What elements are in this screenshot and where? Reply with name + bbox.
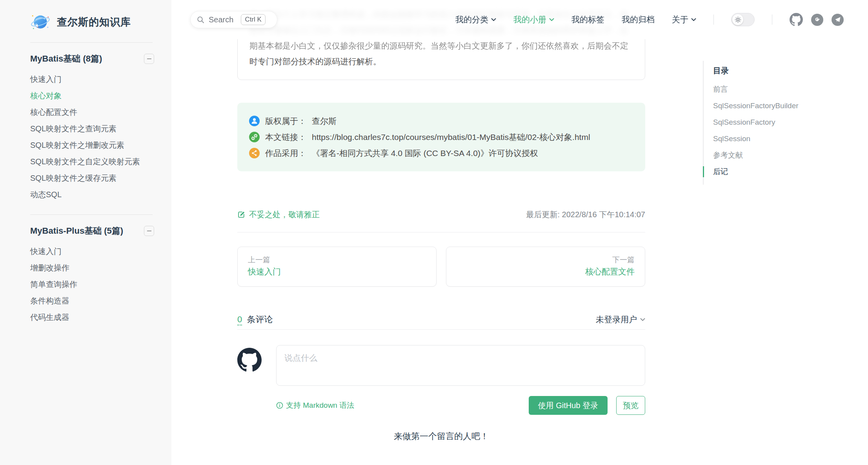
edit-icon bbox=[237, 211, 246, 219]
navbar-menu: 我的分类 我的小册 我的标签 我的归档 关于 bbox=[455, 13, 844, 26]
sidebar-group-mybatis-plus: MyBatis-Plus基础 (5篇) 快速入门 增删改操作 简单查询操作 条件… bbox=[0, 215, 171, 337]
gitee-icon[interactable] bbox=[811, 14, 823, 26]
sidebar-group-mybatis: MyBatis基础 (8篇) 快速入门 核心对象 核心配置文件 SQL映射文件之… bbox=[0, 43, 171, 214]
sidebar-item[interactable]: SQL映射文件之自定义映射元素 bbox=[30, 153, 154, 170]
prev-title: 快速入门 bbox=[248, 265, 426, 278]
toc-item[interactable]: SqlSessionFactoryBuilder bbox=[713, 98, 832, 114]
prev-label: 上一篇 bbox=[248, 255, 426, 265]
article-meta-row: 不妥之处，敬请雅正 最后更新: 2022/8/16 下午10:14:07 bbox=[237, 209, 645, 220]
last-updated: 最后更新: 2022/8/16 下午10:14:07 bbox=[526, 209, 646, 220]
divider bbox=[237, 329, 645, 330]
copyright-link-row: 本文链接： https://blog.charles7c.top/courses… bbox=[249, 129, 633, 145]
copyright-license-row: 作品采用： 《署名-相同方式共享 4.0 国际 (CC BY-SA 4.0)》许… bbox=[249, 145, 633, 161]
next-title: 核心配置文件 bbox=[457, 265, 635, 278]
chevron-down-icon bbox=[640, 318, 645, 322]
sidebar-item[interactable]: SQL映射文件之查询元素 bbox=[30, 120, 154, 137]
prev-article-card[interactable]: 上一篇 快速入门 bbox=[237, 247, 437, 287]
info-icon bbox=[276, 402, 283, 409]
sidebar-item[interactable]: 快速入门 bbox=[30, 71, 154, 87]
license-icon bbox=[249, 148, 260, 158]
theme-toggle-knob bbox=[732, 14, 743, 25]
sidebar-item[interactable]: 快速入门 bbox=[30, 243, 154, 260]
author-icon bbox=[249, 116, 260, 126]
divider bbox=[772, 15, 772, 25]
search-placeholder: Search bbox=[209, 15, 233, 24]
nav-booklets[interactable]: 我的小册 bbox=[513, 14, 554, 25]
divider bbox=[713, 15, 714, 25]
edit-link-label: 不妥之处，敬请雅正 bbox=[249, 209, 320, 220]
sidebar-item[interactable]: 条件构造器 bbox=[30, 292, 154, 309]
comments-count-row: 0 条评论 bbox=[237, 314, 273, 325]
toc-item[interactable]: 前言 bbox=[713, 81, 832, 98]
comment-editor-actions: 支持 Markdown 语法 使用 GitHub 登录 预览 bbox=[237, 396, 645, 415]
sidebar-group-title: MyBatis-Plus基础 (5篇) bbox=[30, 225, 123, 237]
sidebar-item[interactable]: SQL映射文件之增删改元素 bbox=[30, 137, 154, 153]
preview-button[interactable]: 预览 bbox=[616, 396, 645, 415]
nav-categories[interactable]: 我的分类 bbox=[455, 14, 496, 25]
collapse-group-button[interactable] bbox=[144, 54, 154, 64]
github-icon[interactable] bbox=[790, 13, 803, 26]
sidebar: 查尔斯的知识库 MyBatis基础 (8篇) 快速入门 核心对象 核心配置文件 … bbox=[0, 0, 171, 465]
toc-item[interactable]: SqlSessionFactory bbox=[713, 114, 832, 131]
comments-count-suffix: 条评论 bbox=[247, 314, 273, 324]
toc-title: 目录 bbox=[713, 65, 832, 76]
sidebar-item[interactable]: 核心配置文件 bbox=[30, 104, 154, 120]
edit-page-link[interactable]: 不妥之处，敬请雅正 bbox=[237, 209, 320, 220]
site-title: 查尔斯的知识库 bbox=[57, 15, 131, 29]
chevron-down-icon bbox=[491, 18, 496, 22]
navbar-social-icons bbox=[790, 13, 844, 26]
theme-toggle[interactable] bbox=[731, 13, 755, 26]
copyright-box: 版权属于： 查尔斯 本文链接： https://blog.charles7c.t… bbox=[237, 103, 645, 171]
sidebar-item[interactable]: SQL映射文件之缓存元素 bbox=[30, 170, 154, 186]
sidebar-item[interactable]: 增删改操作 bbox=[30, 260, 154, 276]
collapse-group-button[interactable] bbox=[144, 226, 154, 236]
nav-about[interactable]: 关于 bbox=[672, 14, 696, 25]
navbar: Search Ctrl K 我的分类 我的小册 我的标签 我的归档 关于 bbox=[171, 0, 868, 39]
link-icon bbox=[249, 132, 260, 142]
sidebar-item[interactable]: 代码生成器 bbox=[30, 309, 154, 325]
search-shortcut-badge: Ctrl K bbox=[241, 14, 266, 25]
search-input[interactable]: Search Ctrl K bbox=[190, 11, 277, 28]
site-home-link[interactable]: 查尔斯的知识库 bbox=[0, 0, 171, 42]
minus-icon bbox=[147, 231, 151, 231]
pager: 上一篇 快速入门 下一篇 核心配置文件 bbox=[237, 247, 645, 287]
site-logo-icon bbox=[30, 12, 51, 32]
toc-item[interactable]: 参考文献 bbox=[713, 147, 832, 163]
toc-panel: 目录 前言 SqlSessionFactoryBuilder SqlSessio… bbox=[703, 61, 832, 185]
copyright-author: 查尔斯 bbox=[312, 116, 337, 127]
copyright-label: 作品采用： bbox=[265, 148, 306, 159]
intro-text-line: 时专门对部分技术的源码进行解析。 bbox=[249, 54, 633, 69]
nav-archives[interactable]: 我的归档 bbox=[622, 14, 655, 25]
telegram-icon[interactable] bbox=[832, 14, 844, 26]
sidebar-item-active[interactable]: 核心对象 bbox=[30, 87, 154, 104]
article-column: 本小册为个人学习笔记整理而成，内容会随着学习的深入持续进行更新与完善，欢迎各位小… bbox=[237, 0, 645, 442]
article-permalink[interactable]: https://blog.charles7c.top/courses/mybat… bbox=[312, 132, 590, 143]
chevron-down-icon bbox=[691, 18, 696, 22]
chevron-down-icon bbox=[549, 18, 554, 22]
sidebar-item[interactable]: 简单查询操作 bbox=[30, 276, 154, 292]
nav-tags[interactable]: 我的标签 bbox=[571, 14, 604, 25]
sidebar-item[interactable]: 动态SQL bbox=[30, 186, 154, 203]
copyright-author-row: 版权属于： 查尔斯 bbox=[249, 113, 633, 129]
sun-icon bbox=[735, 16, 741, 23]
toc-item-active[interactable]: 后记 bbox=[713, 163, 832, 180]
intro-text-line: 期基本都是小白文，仅仅掺杂很少量的源码研究。当然等小白文更新多了，你们还依然喜欢… bbox=[249, 38, 633, 54]
toc-item[interactable]: SqlSession bbox=[713, 131, 832, 147]
markdown-hint-link[interactable]: 支持 Markdown 语法 bbox=[276, 400, 354, 411]
login-status-label: 未登录用户 bbox=[596, 314, 637, 325]
copyright-label: 版权属于： bbox=[265, 116, 306, 127]
license-text: 《署名-相同方式共享 4.0 国际 (CC BY-SA 4.0)》许可协议授权 bbox=[312, 148, 538, 159]
next-article-card[interactable]: 下一篇 核心配置文件 bbox=[446, 247, 645, 287]
comments-header: 0 条评论 未登录用户 bbox=[237, 313, 645, 326]
github-avatar bbox=[237, 348, 262, 372]
next-label: 下一篇 bbox=[457, 255, 635, 265]
markdown-hint-label: 支持 Markdown 语法 bbox=[286, 400, 354, 411]
divider bbox=[237, 232, 645, 232]
login-status-dropdown[interactable]: 未登录用户 bbox=[596, 314, 645, 325]
github-login-button[interactable]: 使用 GitHub 登录 bbox=[529, 396, 608, 415]
minus-icon bbox=[147, 58, 151, 59]
comment-input[interactable] bbox=[276, 345, 645, 386]
comments-empty-message: 来做第一个留言的人吧！ bbox=[237, 430, 645, 442]
search-icon bbox=[197, 16, 204, 24]
sidebar-group-title: MyBatis基础 (8篇) bbox=[30, 53, 102, 65]
